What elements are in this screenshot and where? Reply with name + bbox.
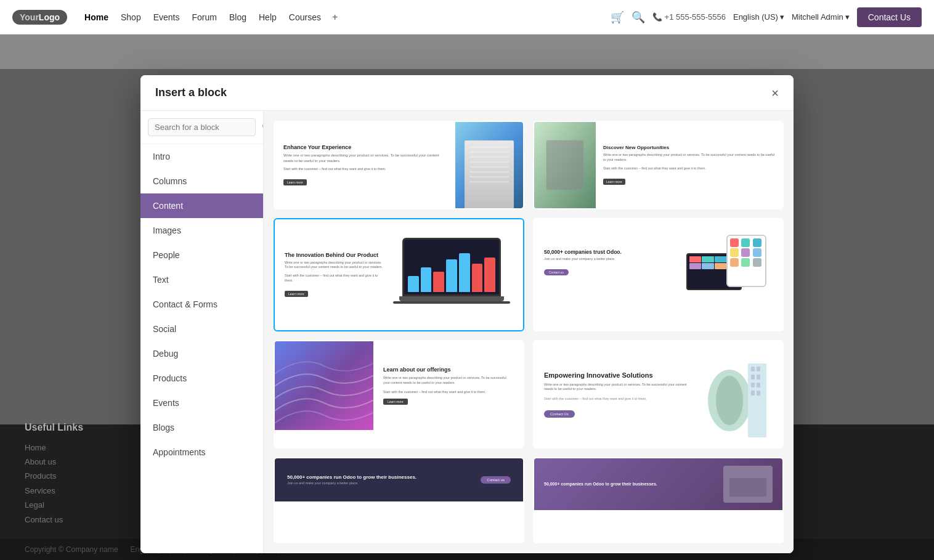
tablet-device <box>726 235 766 287</box>
block-card-innovation-title: The Innovation Behind Our Product <box>285 252 383 258</box>
block-card-trust-graphic <box>686 235 773 290</box>
main-nav: Home Shop Events Forum Blog Help Courses… <box>79 9 341 26</box>
block-card-empower-inner: Empowering Innovative Solutions Write on… <box>534 341 782 447</box>
block-card-trust-inner: 50,000+ companies trust Odoo. Join us an… <box>534 219 782 306</box>
svg-point-5 <box>716 376 743 425</box>
block-card-innovation-btn[interactable]: Learn more <box>285 291 308 297</box>
search-icon[interactable]: 🔍 <box>631 10 645 24</box>
block-card-enhance[interactable]: Enhance Your Experience Write one or two… <box>274 121 524 209</box>
block-card-trust-title: 50,000+ companies trust Odoo. <box>544 249 679 255</box>
block-card-innovation-text: The Innovation Behind Our Product Write … <box>285 252 383 298</box>
sidebar-item-columns[interactable]: Columns <box>140 169 263 193</box>
block-card-discover-text: Discover New Opportunities Write one or … <box>596 135 782 195</box>
sidebar-item-text[interactable]: Text <box>140 267 263 292</box>
sidebar-item-people[interactable]: People <box>140 243 263 267</box>
chart-bar-1 <box>408 276 419 292</box>
block-card-learn-text: Learn about our offerings Write one or t… <box>373 341 523 430</box>
block-card-enhance-inner: Enhance Your Experience Write one or two… <box>275 122 523 208</box>
block-card-discover-sub: Start with the customer – find out what … <box>603 166 775 171</box>
block-card-discover-image <box>534 122 596 208</box>
sidebar-item-images[interactable]: Images <box>140 218 263 243</box>
chart-bars <box>404 251 499 294</box>
tablet-screen <box>728 236 765 269</box>
sidebar-item-debug[interactable]: Debug <box>140 341 263 366</box>
app-icon <box>741 238 750 247</box>
block-card-purple-image <box>723 466 773 503</box>
block-card-learn-sub: Start with the customer – find out what … <box>383 390 513 395</box>
sidebar-item-intro[interactable]: Intro <box>140 144 263 169</box>
block-card-innovation-inner: The Innovation Behind Our Product Write … <box>275 219 523 330</box>
block-category-sidebar: 🔍 Intro Columns Content Images People Te… <box>140 111 264 553</box>
navbar-right: 🛒 🔍 📞 +1 555-555-5556 English (US) ▾ Mit… <box>611 7 922 27</box>
cart-icon[interactable]: 🛒 <box>611 10 624 24</box>
block-card-discover-desc: Write one or two paragraphs describing y… <box>603 153 775 162</box>
nav-blog[interactable]: Blog <box>224 9 251 26</box>
block-card-learn-image <box>275 341 373 430</box>
svg-rect-1 <box>546 140 583 190</box>
sidebar-item-products[interactable]: Products <box>140 366 263 391</box>
add-nav-item-button[interactable]: + <box>328 9 341 25</box>
block-card-discover-btn[interactable]: Learn more <box>603 179 625 185</box>
block-card-enhance-sub: Start with the customer – find out what … <box>283 167 447 172</box>
block-search-input[interactable] <box>155 123 258 132</box>
nav-courses[interactable]: Courses <box>284 9 326 26</box>
block-card-dark-text: 50,000+ companies run Odoo to grow their… <box>287 474 473 486</box>
modal-body: 🔍 Intro Columns Content Images People Te… <box>140 111 794 553</box>
logo: YourLogo <box>12 10 67 25</box>
block-card-empower-text: Empowering Innovative Solutions Write on… <box>544 371 692 417</box>
chart-bar-7 <box>484 258 495 292</box>
block-card-dark-btn[interactable]: Contact us <box>481 476 511 484</box>
block-card-discover[interactable]: Discover New Opportunities Write one or … <box>533 121 784 209</box>
sidebar-item-social[interactable]: Social <box>140 317 263 341</box>
block-card-trust-btn[interactable]: Contact us <box>544 269 569 275</box>
sidebar-item-content[interactable]: Content <box>140 193 263 218</box>
block-card-purple[interactable]: 50,000+ companies run Odoo to grow their… <box>533 457 784 543</box>
block-card-purple-inner: 50,000+ companies run Odoo to grow their… <box>534 458 782 510</box>
sidebar-item-events[interactable]: Events <box>140 391 263 415</box>
chart-bar-3 <box>433 272 444 292</box>
block-card-learn-btn[interactable]: Learn more <box>383 399 408 405</box>
block-card-innovation[interactable]: The Innovation Behind Our Product Write … <box>274 218 524 331</box>
svg-rect-16 <box>729 478 766 497</box>
block-card-empower-btn[interactable]: Contact Us <box>544 410 575 418</box>
block-card-dark[interactable]: 50,000+ companies run Odoo to grow their… <box>274 457 524 543</box>
language-selector[interactable]: English (US) ▾ <box>733 12 784 22</box>
app-icon <box>689 256 701 262</box>
block-card-enhance-desc: Write one or two paragraphs describing y… <box>283 153 447 163</box>
svg-rect-8 <box>757 367 760 371</box>
block-card-innovation-desc: Write one or two paragraphs describing y… <box>285 261 383 270</box>
app-icon <box>689 263 701 269</box>
block-card-enhance-btn[interactable]: Learn more <box>283 179 307 185</box>
block-card-learn-desc: Write one or two paragraphs describing y… <box>383 376 513 385</box>
phone-number: 📞 +1 555-555-5556 <box>652 12 726 22</box>
sidebar-item-appointments[interactable]: Appointments <box>140 440 263 465</box>
modal-close-button[interactable]: × <box>771 87 779 99</box>
laptop-foot <box>393 301 510 304</box>
nav-events[interactable]: Events <box>148 9 185 26</box>
user-menu[interactable]: Mitchell Admin ▾ <box>792 12 850 22</box>
page-background: Useful Links Home About us Products Serv… <box>0 34 934 560</box>
sidebar-item-contact-forms[interactable]: Contact & Forms <box>140 292 263 317</box>
block-card-purple-title: 50,000+ companies run Odoo to grow their… <box>544 482 717 486</box>
block-card-empower[interactable]: Empowering Innovative Solutions Write on… <box>533 340 784 448</box>
office-image-svg <box>723 466 773 503</box>
nav-shop[interactable]: Shop <box>116 9 146 26</box>
block-card-enhance-image <box>455 122 523 208</box>
block-card-learn[interactable]: Learn about our offerings Write one or t… <box>274 340 524 448</box>
chart-bar-6 <box>472 264 483 292</box>
contact-us-button[interactable]: Contact Us <box>857 7 922 27</box>
nav-help[interactable]: Help <box>254 9 282 26</box>
app-icon <box>753 248 761 257</box>
svg-rect-11 <box>751 383 755 388</box>
block-card-learn-title: Learn about our offerings <box>383 367 513 373</box>
block-card-enhance-text: Enhance Your Experience Write one or two… <box>275 134 455 195</box>
block-card-trust[interactable]: 50,000+ companies trust Odoo. Join us an… <box>533 218 784 331</box>
sidebar-item-blogs[interactable]: Blogs <box>140 415 263 440</box>
svg-rect-13 <box>751 391 755 396</box>
nav-home[interactable]: Home <box>79 9 113 26</box>
block-card-discover-inner: Discover New Opportunities Write one or … <box>534 122 782 208</box>
app-icon <box>715 263 726 269</box>
app-icon <box>741 258 750 267</box>
nav-forum[interactable]: Forum <box>187 9 222 26</box>
chevron-down-icon: ▾ <box>845 12 850 22</box>
